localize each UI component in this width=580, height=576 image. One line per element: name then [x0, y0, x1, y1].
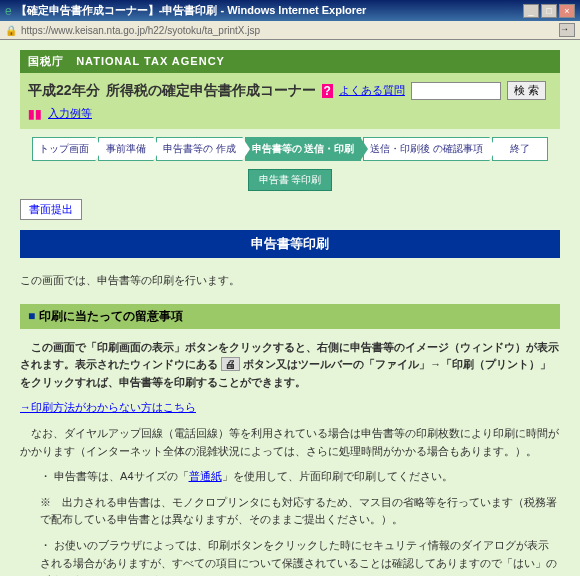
intro-text: この画面では、申告書等の印刷を行います。	[20, 268, 560, 294]
maximize-button[interactable]: □	[541, 4, 557, 18]
plain-paper-link[interactable]: 普通紙	[189, 470, 222, 482]
nav-step-prep[interactable]: 事前準備	[98, 137, 154, 161]
square-icon: ■	[28, 309, 35, 323]
faq-link[interactable]: よくある質問	[339, 83, 405, 98]
ie-icon: e	[5, 4, 12, 18]
go-button[interactable]: →	[559, 23, 575, 37]
search-button[interactable]: 検 索	[507, 81, 546, 100]
nav-step-send-print[interactable]: 申告書等の 送信・印刷	[245, 137, 362, 161]
window-title: 【確定申告書作成コーナー】-申告書印刷 - Windows Internet E…	[16, 3, 519, 18]
print-help-link[interactable]: →印刷方法がわからない方はこちら	[20, 401, 196, 413]
header-year: 平成22年分	[28, 82, 100, 100]
minimize-button[interactable]: _	[523, 4, 539, 18]
header-title: 所得税の確定申告書作成コーナー	[106, 82, 316, 100]
page-header: 平成22年分 所得税の確定申告書作成コーナー ? よくある質問 検 索 ▮▮ 入…	[20, 73, 560, 129]
examples-icon: ▮▮	[28, 107, 42, 121]
faq-icon: ?	[322, 84, 333, 98]
bullet-1: ・ 申告書等は、A4サイズの「普通紙」を使用して、片面印刷で印刷してください。	[20, 464, 560, 490]
bullet-1-note: ※ 出力される申告書は、モノクロプリンタにも対応するため、マス目の省略等を行って…	[20, 490, 560, 533]
notice-p1: この画面で「印刷画面の表示」ボタンをクリックすると、右側に申告書等のイメージ（ウ…	[20, 335, 560, 396]
window-titlebar: e 【確定申告書作成コーナー】-申告書印刷 - Windows Internet…	[0, 0, 580, 21]
close-button[interactable]: ×	[559, 4, 575, 18]
agency-en: NATIONAL TAX AGENCY	[76, 55, 225, 67]
nav-steps: トップ画面 事前準備 申告書等の 作成 申告書等の 送信・印刷 送信・印刷後 の…	[20, 129, 560, 169]
nav-step-confirm[interactable]: 送信・印刷後 の確認事項	[363, 137, 490, 161]
nav-substep: 申告書 等印刷	[248, 169, 333, 191]
print-icon: 🖨	[221, 357, 240, 371]
nav-step-top[interactable]: トップ画面	[32, 137, 96, 161]
search-input[interactable]	[411, 82, 501, 100]
nav-step-create[interactable]: 申告書等の 作成	[156, 137, 243, 161]
bullet-2: ・ お使いのブラウザによっては、印刷ボタンをクリックした時にセキュリティ情報のダ…	[20, 533, 560, 576]
url-text: https://www.keisan.nta.go.jp/h22/syotoku…	[21, 25, 555, 36]
agency-bar: 国税庁 NATIONAL TAX AGENCY	[20, 50, 560, 73]
notice-header: ■ 印刷に当たっての留意事項	[20, 304, 560, 329]
notice-header-label: 印刷に当たっての留意事項	[39, 309, 183, 323]
lock-icon: 🔒	[5, 25, 17, 36]
nav-step-end[interactable]: 終了	[492, 137, 548, 161]
content-area: 国税庁 NATIONAL TAX AGENCY 平成22年分 所得税の確定申告書…	[0, 40, 580, 576]
agency-jp: 国税庁	[28, 55, 64, 67]
section-title: 申告書等印刷	[20, 230, 560, 258]
address-bar: 🔒 https://www.keisan.nta.go.jp/h22/syoto…	[0, 21, 580, 40]
examples-link[interactable]: 入力例等	[48, 106, 92, 121]
paper-submit-button[interactable]: 書面提出	[20, 199, 82, 220]
notice-p2: なお、ダイヤルアップ回線（電話回線）等を利用されている場合は申告書等の印刷枚数に…	[20, 421, 560, 464]
